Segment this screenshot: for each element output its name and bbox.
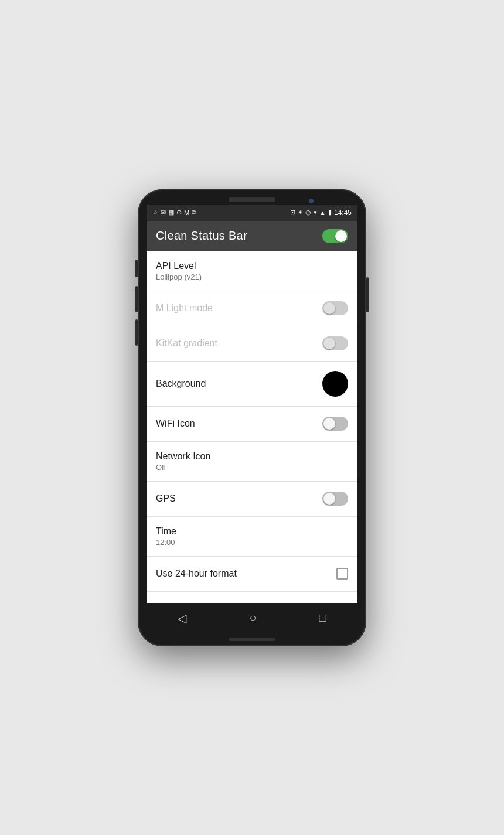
vol-down-button [135,319,138,346]
vol-up-button [135,286,138,312]
nav-home-icon[interactable]: ○ [249,611,256,625]
kitkat-gradient-title: KitKat gradient [156,338,322,349]
time-content: Time 12:00 [156,526,348,547]
app-bar: Clean Status Bar [147,221,357,251]
api-level-content: API Level Lollipop (v21) [156,261,348,281]
status-bar: ☆ ✉ ▦ ⊙ M ⧉ ⊡ ✴ ◷ ▾ ▲ ▮ 14:45 [147,205,357,221]
status-bar-right: ⊡ ✴ ◷ ▾ ▲ ▮ 14:45 [290,209,352,217]
m-light-mode-thumb [323,302,335,314]
wifi-icon-thumb [323,418,335,430]
notification-icon-5: M [184,209,189,216]
network-icon-content: Network Icon Off [156,451,348,472]
settings-item-api-level[interactable]: API Level Lollipop (v21) [147,251,357,291]
settings-item-wifi-icon[interactable]: WiFi Icon [147,407,357,442]
phone-device: ☆ ✉ ▦ ⊙ M ⧉ ⊡ ✴ ◷ ▾ ▲ ▮ 14:45 Clean Stat… [138,189,366,646]
notification-icon-2: ✉ [161,209,166,216]
notification-icon-6: ⧉ [192,209,196,216]
nav-back-icon[interactable]: ◁ [178,611,186,625]
battery-icon: ▮ [328,209,332,216]
kitkat-gradient-toggle[interactable] [322,336,348,350]
nav-recents-icon[interactable]: □ [319,611,326,625]
settings-item-m-light-mode[interactable]: M Light mode [147,291,357,326]
power-button [135,260,138,277]
settings-item-background[interactable]: Background [147,362,357,407]
m-light-mode-content: M Light mode [156,303,322,313]
gps-content: GPS [156,493,322,504]
background-color-circle[interactable] [322,371,348,397]
api-level-title: API Level [156,261,348,271]
settings-bottom-spacer [147,592,357,603]
24hour-checkbox[interactable] [336,568,348,580]
background-content: Background [156,379,322,389]
cast-icon: ⊡ [290,209,295,216]
kitkat-gradient-content: KitKat gradient [156,338,322,349]
settings-item-24hour[interactable]: Use 24-hour format [147,557,357,592]
time-title: Time [156,526,348,537]
wifi-icon-toggle[interactable] [322,417,348,431]
volume-button [366,277,369,312]
phone-screen: ☆ ✉ ▦ ⊙ M ⧉ ⊡ ✴ ◷ ▾ ▲ ▮ 14:45 Clean Stat… [147,205,357,633]
wifi-icon-title: WiFi Icon [156,418,322,429]
gps-thumb [323,493,335,505]
gps-title: GPS [156,493,322,504]
wifi-icon: ▾ [314,209,317,216]
status-time: 14:45 [334,209,352,217]
settings-item-kitkat-gradient[interactable]: KitKat gradient [147,326,357,362]
network-icon-subtitle: Off [156,463,348,472]
notification-icon-1: ☆ [152,209,158,216]
settings-item-network-icon[interactable]: Network Icon Off [147,442,357,482]
settings-item-time[interactable]: Time 12:00 [147,517,357,557]
time-subtitle: 12:00 [156,538,348,547]
camera-dot [309,199,314,203]
phone-speaker [229,197,275,202]
main-toggle-thumb [335,230,347,242]
alarm-icon: ◷ [305,209,311,216]
wifi-icon-content: WiFi Icon [156,418,322,429]
main-toggle[interactable] [322,229,348,243]
m-light-mode-toggle[interactable] [322,301,348,315]
phone-bottom-chin [229,633,275,646]
phone-bottom-bar [229,638,275,641]
bluetooth-icon: ✴ [298,209,303,216]
kitkat-gradient-thumb [323,338,335,349]
signal-icon: ▲ [319,209,326,216]
status-bar-left-icons: ☆ ✉ ▦ ⊙ M ⧉ [152,209,196,216]
network-icon-title: Network Icon [156,451,348,462]
nav-bar: ◁ ○ □ [147,603,357,633]
24hour-title: Use 24-hour format [156,568,336,579]
notification-icon-4: ⊙ [176,209,182,216]
api-level-subtitle: Lollipop (v21) [156,272,348,281]
background-title: Background [156,379,322,389]
m-light-mode-title: M Light mode [156,303,322,313]
settings-item-gps[interactable]: GPS [147,482,357,517]
24hour-content: Use 24-hour format [156,568,336,579]
app-title: Clean Status Bar [156,229,247,243]
notification-icon-3: ▦ [168,209,174,216]
gps-toggle[interactable] [322,492,348,506]
settings-list: API Level Lollipop (v21) M Light mode Ki… [147,251,357,603]
